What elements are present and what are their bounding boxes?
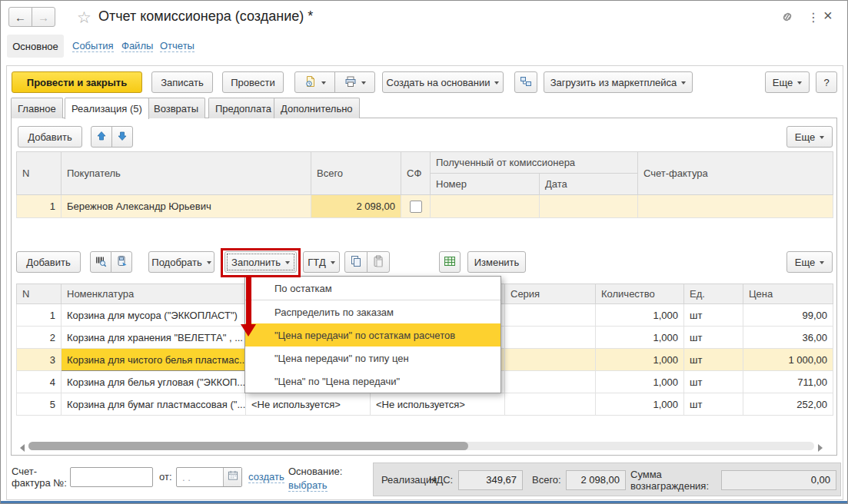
create-based-on-button[interactable]: Создать на основании [382,71,504,93]
cell-price[interactable]: 1 000,00 [743,349,833,371]
more-button-top[interactable]: Еще [765,71,810,93]
cell-series[interactable] [505,371,596,393]
cell-series[interactable] [505,393,596,416]
close-icon[interactable]: × [823,7,833,25]
window-menu-icon[interactable]: ⋮ [807,10,820,25]
forward-button[interactable]: → [32,7,55,27]
load-from-marketplace-button[interactable]: Загрузить из маркетплейса [544,71,693,93]
cell-name[interactable]: Корзина для бумаг пластмассовая ("... [62,393,246,416]
col-series: Серия [505,284,596,304]
post-schedule-icon [304,75,317,90]
scroll-left-button[interactable] [20,444,25,452]
nav-item-main[interactable]: Основное [7,35,64,58]
pick-button[interactable]: Подобрать [148,251,214,273]
cell-unit[interactable]: шт [684,349,743,371]
vat-label: НДС: [429,474,453,486]
basis-label: Основание: [288,466,342,477]
cell-n[interactable]: 1 [17,195,62,218]
tab-returns[interactable]: Возвраты [147,98,205,118]
edit-button[interactable]: Изменить [467,251,526,273]
move-up-button[interactable] [91,126,112,148]
invoice-date-input[interactable]: . . [176,467,242,487]
menu-item[interactable]: По остаткам [245,277,500,300]
cell-name-focused[interactable]: Корзина для чистого белья пластмас... [62,349,246,371]
cell-c4[interactable]: <Не используется> [371,393,505,416]
cell-total[interactable]: 2 098,00 [311,195,401,218]
tab-main[interactable]: Главное [11,98,63,118]
move-down-button[interactable] [111,126,133,148]
help-button[interactable]: ? [816,71,837,93]
totals-panel: Реализация: НДС: 349,67 Всего: 2 098,00 … [373,463,841,496]
cell-invoice[interactable] [638,195,833,218]
cell-qty[interactable]: 1,000 [596,349,684,371]
post-button[interactable]: Провести [222,71,284,93]
sf-checkbox[interactable] [410,201,422,213]
cell-n[interactable]: 1 [17,304,62,327]
create-invoice-link[interactable]: создать [248,471,284,483]
cell-n[interactable]: 4 [17,371,62,393]
cell-unit[interactable]: шт [684,304,743,327]
menu-item[interactable]: "Цена" по "Цена передачи" [245,370,500,393]
more-button-buyers[interactable]: Еще [786,126,833,148]
cell-qty[interactable]: 1,000 [596,371,684,393]
load-table-button[interactable] [439,251,461,273]
gtd-button[interactable]: ГТД [303,251,340,273]
cell-name[interactable]: Корзина для белья угловая ("ЭККОП... [62,371,246,393]
more-button-items[interactable]: Еще [786,251,833,273]
cell-series[interactable] [505,304,596,327]
cell-name[interactable]: Корзина для хранения "ВЕЛЕТТА" , ... [62,327,246,349]
cell-price[interactable]: 36,00 [743,327,833,349]
tab-realization[interactable]: Реализация (5) [65,98,149,119]
add-buyer-button[interactable]: Добавить [18,126,82,148]
menu-item[interactable]: Распределить по заказам [245,300,500,323]
post-and-close-button[interactable]: Провести и закрыть [12,71,142,93]
cell-price[interactable]: 711,00 [743,371,833,393]
choose-basis-link[interactable]: выбрать [288,479,328,492]
invoice-number-input[interactable] [70,467,153,487]
cell-n[interactable]: 2 [17,327,62,349]
cell-price[interactable]: 252,00 [743,393,833,416]
cell-qty[interactable]: 1,000 [596,393,684,416]
scroll-right-button[interactable] [818,444,823,452]
get-link-icon[interactable] [779,11,796,26]
cell-unit[interactable]: шт [684,327,743,349]
print-button[interactable] [334,71,375,93]
favorite-star-icon[interactable]: ☆ [77,8,91,27]
nav-item-reports[interactable]: Отчеты [160,40,195,52]
cell-name[interactable]: Корзина для мусора ("ЭККОПЛАСТ") [62,304,246,327]
related-documents-button[interactable] [514,71,537,93]
calendar-button[interactable] [223,468,241,486]
data-terminal-button[interactable] [111,251,132,273]
cell-series[interactable] [505,327,596,349]
save-button[interactable]: Записать [151,71,213,93]
tab-additional[interactable]: Дополнительно [274,98,360,118]
cell-c3[interactable]: <Не используется> [246,393,371,416]
page-title: Отчет комиссионера (создание) * [98,8,313,25]
cell-qty[interactable]: 1,000 [596,327,684,349]
cell-n[interactable]: 5 [17,393,62,416]
cell-date[interactable] [540,195,638,218]
cell-price[interactable]: 99,00 [743,304,833,327]
add-item-button[interactable]: Добавить [16,251,81,273]
date-from-label: от: [159,471,172,482]
barcode-scan-button[interactable] [90,251,111,273]
menu-item[interactable]: "Цена передачи" по типу цен [245,346,500,370]
cell-unit[interactable]: шт [684,393,743,416]
copy-rows-button[interactable] [344,251,367,273]
cell-qty[interactable]: 1,000 [596,304,684,327]
menu-item-selected[interactable]: "Цена передачи" по остаткам расчетов [245,323,500,346]
cell-series[interactable] [505,349,596,371]
post-schedule-button[interactable] [294,71,335,93]
back-button[interactable]: ← [8,7,32,27]
nav-item-events[interactable]: События [72,40,114,52]
paste-rows-button[interactable] [367,251,390,273]
load-table-icon [444,255,456,270]
cell-unit[interactable]: шт [684,371,743,393]
cell-buyer[interactable]: Бережнов Александр Юрьевич [62,195,311,218]
total-label: Всего: [532,474,561,486]
h-scrollbar-thumb[interactable] [28,442,468,450]
nav-item-files[interactable]: Файлы [121,40,153,52]
cell-n[interactable]: 3 [17,349,62,371]
tab-prepayment[interactable]: Предоплата [208,98,278,118]
cell-number[interactable] [431,195,540,218]
